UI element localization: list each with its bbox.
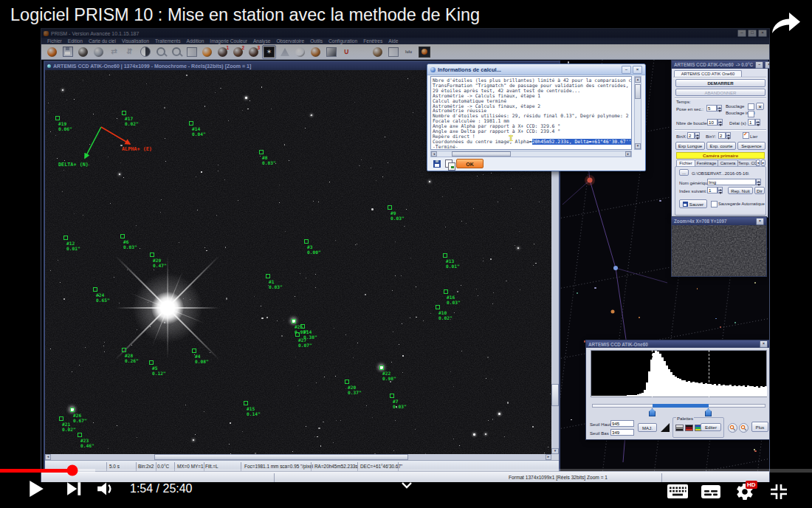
zoom-out-icon[interactable] xyxy=(154,45,168,59)
picker-high-button[interactable] xyxy=(739,423,749,433)
browse-button[interactable]: ... xyxy=(679,169,689,176)
histogram-title-bar[interactable]: ARTEMIS CCD ATIK-One60 × xyxy=(586,340,769,348)
long-exposure-button[interactable]: Exp Longue xyxy=(675,142,705,150)
progress-scrubber[interactable] xyxy=(66,465,78,476)
line-icon[interactable]: ~ xyxy=(355,45,369,59)
flip-horizontal-icon[interactable]: ⇄ xyxy=(107,45,121,59)
camera-tab[interactable]: ARTEMIS CCD ATIK One60 xyxy=(674,70,742,77)
save-button[interactable]: Sauver xyxy=(679,199,707,208)
open-file-icon[interactable] xyxy=(45,45,59,59)
menu-analyse[interactable]: Analyse xyxy=(250,38,273,44)
camera-subtab-fichier[interactable]: Fichier xyxy=(676,159,695,166)
camera-panel-close-button[interactable]: × xyxy=(765,61,769,69)
dialog-minimize-button[interactable]: – xyxy=(622,66,631,74)
palette-red-icon[interactable] xyxy=(685,425,693,431)
zoom-panel-close-button[interactable]: × xyxy=(756,218,764,225)
zoom-panel-title-bar[interactable]: Zoom=4x X=708 Y=1097 × xyxy=(672,217,766,225)
loops-spinner[interactable] xyxy=(718,119,723,126)
copy-log-button[interactable] xyxy=(443,158,455,169)
app-maximize-button[interactable]: □ xyxy=(748,30,757,37)
menu-outils[interactable]: Outils xyxy=(307,38,326,44)
autosave-checkbox[interactable] xyxy=(711,201,718,207)
share-icon[interactable] xyxy=(766,9,803,38)
short-exposure-button[interactable]: Exp. courte xyxy=(706,142,736,150)
zoom-in-icon[interactable] xyxy=(169,45,183,59)
threshold-low-handle[interactable] xyxy=(649,408,656,416)
delay-input[interactable]: 1 xyxy=(748,119,755,126)
next-index-spinner[interactable] xyxy=(718,187,723,193)
exposure-input[interactable]: 5 xyxy=(706,105,717,111)
comet-icon[interactable] xyxy=(278,45,292,59)
captions-icon[interactable] xyxy=(701,484,721,499)
camera-subtab-temp-cc[interactable]: Temp. CC xyxy=(737,159,757,166)
seuil-bas-input[interactable] xyxy=(610,429,634,436)
maj-button[interactable]: MAJ. xyxy=(638,423,657,432)
generic-name-spinner[interactable] xyxy=(756,179,761,185)
camera-panel-minimize-button[interactable]: – xyxy=(755,61,763,69)
camera-subtab-fen-trage[interactable]: Fenêtrage xyxy=(695,159,718,166)
menu-fichier[interactable]: Fichier xyxy=(44,38,65,44)
text-tool-icon[interactable]: lulu xyxy=(402,45,416,59)
menu-imagerie-couleur[interactable]: Imagerie Couleur xyxy=(207,38,250,44)
biny-spinner[interactable] xyxy=(726,132,731,139)
flip-vertical-icon[interactable]: ⇵ xyxy=(123,45,137,59)
eclipse-icon[interactable] xyxy=(309,45,323,59)
keyboard-icon[interactable] xyxy=(667,484,689,499)
menu-configuration[interactable]: Configuration xyxy=(326,38,360,44)
magnet-icon[interactable]: ∪ xyxy=(340,45,354,59)
planet2-icon[interactable]: 2 xyxy=(231,45,245,59)
save-log-button[interactable] xyxy=(431,158,443,169)
camera-box-icon[interactable] xyxy=(417,45,431,59)
dir-button[interactable]: Dir xyxy=(754,187,765,194)
ok-button[interactable]: OK xyxy=(456,159,484,168)
biny-input[interactable]: 2 xyxy=(718,132,726,139)
histogram-close-button[interactable]: × xyxy=(760,340,768,348)
next-button[interactable] xyxy=(66,481,83,496)
progress-bar[interactable] xyxy=(0,469,812,473)
start-button[interactable]: DEMARRER xyxy=(675,79,765,87)
menu-addition[interactable]: Addition xyxy=(183,38,207,44)
moon-icon[interactable] xyxy=(293,45,307,59)
menu-edition[interactable]: Edition xyxy=(65,38,86,44)
binx-spinner[interactable] xyxy=(695,132,700,139)
camera-subtab-camera[interactable]: Camera xyxy=(718,159,738,166)
progress-track[interactable] xyxy=(0,469,812,473)
next-index-input[interactable]: 1 xyxy=(707,187,718,193)
link-checkbox[interactable] xyxy=(743,132,749,139)
picker-low-button[interactable] xyxy=(728,423,737,433)
stop-loop-button[interactable]: ✕ xyxy=(756,103,764,110)
sequence-button[interactable]: Sequence xyxy=(737,142,765,150)
blank-icon[interactable] xyxy=(386,45,400,59)
hand-icon[interactable] xyxy=(371,45,385,59)
panel-icon[interactable] xyxy=(324,45,338,59)
binx-input[interactable]: 2 xyxy=(687,132,695,139)
night-mode-button[interactable]: Rep. Nuit xyxy=(728,187,753,194)
contrast-icon[interactable] xyxy=(138,45,152,59)
tabs-scroll-right[interactable]: ► xyxy=(761,159,765,166)
loop-checkbox[interactable] xyxy=(748,103,754,110)
menu-fen-tres[interactable]: Fenêtres xyxy=(360,38,385,44)
menu-carte-du-ciel[interactable]: Carte du ciel xyxy=(86,38,119,44)
volume-icon[interactable] xyxy=(96,480,117,498)
palette-gray-icon[interactable] xyxy=(675,425,684,431)
menu-traitements[interactable]: Traitements xyxy=(152,38,184,44)
editer-button[interactable]: Editer xyxy=(701,423,721,431)
generic-name-input[interactable]: Img xyxy=(707,179,756,185)
planet1-icon[interactable]: 1 xyxy=(216,45,230,59)
save-icon[interactable] xyxy=(61,45,75,59)
miniplayer-icon[interactable] xyxy=(768,483,789,501)
seuil-haut-input[interactable] xyxy=(610,420,634,427)
tabs-scroll-left[interactable]: ◄ xyxy=(756,159,760,166)
crop-icon[interactable] xyxy=(185,45,199,59)
image-horizontal-scrollbar[interactable]: ◄ ► xyxy=(45,454,551,460)
sun-icon[interactable] xyxy=(200,45,214,59)
delay-spinner[interactable] xyxy=(755,119,760,126)
menu-visualisation[interactable]: Visualisation xyxy=(119,38,152,44)
exposure-spinner[interactable] xyxy=(717,105,722,111)
star-chart-icon[interactable]: ✶ xyxy=(262,45,276,59)
dialog-close-button[interactable]: × xyxy=(633,66,642,74)
abort-button[interactable]: ABANDONNER xyxy=(675,89,765,96)
dialog-hscrollbar[interactable]: ◄ ► xyxy=(430,151,632,157)
chevron-down-icon[interactable] xyxy=(399,480,414,490)
dialog-vscrollbar[interactable]: ▲ ▼ xyxy=(634,76,641,150)
